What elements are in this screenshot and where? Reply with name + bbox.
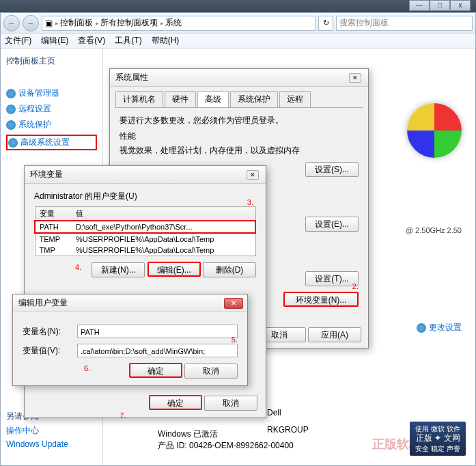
chevron-right-icon: ▸ bbox=[160, 20, 164, 27]
product-id: 产品 ID: 00426-OEM-8992662-00400 bbox=[158, 440, 294, 452]
annotation-3: 3. bbox=[247, 198, 253, 206]
user-vars-heading: Administrator 的用户变量(U) bbox=[34, 191, 256, 202]
chevron-right-icon: ▸ bbox=[55, 20, 59, 27]
dialog-titlebar[interactable]: 环境变量 ✕ bbox=[25, 166, 266, 184]
annotation-4: 4. bbox=[75, 263, 81, 271]
shield-icon bbox=[8, 138, 18, 148]
annotation-5: 5. bbox=[232, 335, 238, 344]
tabs: 计算机名 硬件 高级 系统保护 远程 bbox=[115, 91, 363, 108]
tab-advanced[interactable]: 高级 bbox=[197, 91, 229, 107]
var-value-input[interactable]: .cal\atom\bin;D:\soft_add\MinGW\bin; bbox=[77, 344, 238, 357]
shield-icon bbox=[6, 105, 16, 114]
var-name-label: 变量名(N): bbox=[23, 326, 77, 338]
oem-label: Dell bbox=[267, 408, 281, 417]
edit-button[interactable]: 编辑(E)... bbox=[148, 262, 201, 277]
nav-bar: ← → ▣ ▸ 控制面板 ▸ 所有控制面板项 ▸ 系统 ↻ 搜索控制面板 bbox=[1, 13, 475, 33]
chevron-right-icon: ▸ bbox=[96, 20, 99, 27]
dialog-title: 系统属性 bbox=[115, 72, 148, 83]
env-var-button[interactable]: 环境变量(N)... bbox=[283, 292, 359, 307]
cancel-button[interactable]: 取消 bbox=[184, 364, 238, 379]
sidebar-link-advanced[interactable]: 高级系统设置 bbox=[6, 135, 97, 150]
col-variable[interactable]: 变量 bbox=[35, 207, 72, 221]
close-button[interactable]: x bbox=[450, 0, 471, 11]
menu-help[interactable]: 帮助(H) bbox=[152, 35, 180, 46]
menu-tools[interactable]: 工具(T) bbox=[115, 35, 141, 46]
menu-file[interactable]: 文件(F) bbox=[5, 35, 31, 46]
perf-heading: 性能 bbox=[120, 131, 359, 142]
windows-logo-icon bbox=[407, 103, 462, 158]
minimize-button[interactable]: — bbox=[409, 0, 430, 11]
activation-status: Windows 已激活 bbox=[158, 428, 294, 440]
user-vars-table[interactable]: 变量值 PATHD:\soft_exe\Python\Python37\Scr.… bbox=[34, 206, 256, 256]
breadcrumb-seg[interactable]: 系统 bbox=[165, 17, 182, 29]
table-row[interactable]: PATHD:\soft_exe\Python\Python37\Scr... bbox=[35, 221, 255, 233]
computer-icon: ▣ bbox=[45, 18, 53, 28]
tab-computer-name[interactable]: 计算机名 bbox=[115, 91, 163, 107]
annotation-7: 7. bbox=[120, 411, 126, 420]
refresh-button[interactable]: ↻ bbox=[318, 16, 333, 31]
tab-remote[interactable]: 远程 bbox=[279, 91, 311, 107]
close-icon[interactable]: ✕ bbox=[349, 73, 361, 83]
col-value[interactable]: 值 bbox=[72, 207, 255, 221]
dialog-titlebar[interactable]: 编辑用户变量 ✕ bbox=[13, 294, 247, 312]
breadcrumb-seg[interactable]: 所有控制面板项 bbox=[100, 17, 158, 29]
settings-t-button[interactable]: 设置(T)... bbox=[305, 271, 359, 286]
search-input[interactable]: 搜索控制面板 bbox=[336, 16, 473, 31]
tab-protection[interactable]: 系统保护 bbox=[230, 91, 278, 107]
edit-user-var-dialog: 编辑用户变量 ✕ 变量名(N): PATH 5. 变量值(V): .cal\at… bbox=[12, 294, 248, 386]
tab-hardware[interactable]: 硬件 bbox=[165, 91, 196, 107]
forward-button[interactable]: → bbox=[23, 15, 39, 31]
menu-view[interactable]: 查看(V) bbox=[78, 35, 105, 46]
var-name-input[interactable]: PATH bbox=[77, 325, 238, 338]
genuine-badge: 使用 微软 软件 正版 ✦ 文网 安全 稳定 声誉 bbox=[410, 422, 466, 456]
taskbar-top: — □ x bbox=[0, 0, 476, 12]
close-icon[interactable]: ✕ bbox=[224, 298, 243, 309]
annotation-6: 6. bbox=[84, 364, 90, 372]
dialog-title: 编辑用户变量 bbox=[18, 297, 68, 309]
admin-msg: 要进行大多数更改，您必须作为管理员登录。 bbox=[120, 115, 359, 126]
dialog-title: 环境变量 bbox=[30, 169, 63, 180]
shield-icon bbox=[6, 120, 16, 130]
perf-desc: 视觉效果，处理器计划，内存使用，以及虚拟内存 bbox=[120, 145, 359, 156]
sidebar-link-protection[interactable]: 系统保护 bbox=[6, 119, 97, 131]
settings-s-button[interactable]: 设置(S)... bbox=[305, 162, 359, 177]
back-button[interactable]: ← bbox=[3, 15, 20, 31]
side-heading: 控制面板主页 bbox=[6, 55, 97, 67]
delete-button[interactable]: 删除(D) bbox=[203, 262, 256, 277]
cancel-button[interactable]: 取消 bbox=[204, 396, 257, 411]
settings-e-button[interactable]: 设置(E)... bbox=[305, 217, 359, 232]
new-button[interactable]: 新建(N)... bbox=[92, 262, 145, 277]
annotation-2: 2. bbox=[352, 282, 359, 290]
shield-icon bbox=[417, 323, 426, 333]
sidebar-link-remote[interactable]: 远程设置 bbox=[6, 103, 97, 115]
address-bar[interactable]: ▣ ▸ 控制面板 ▸ 所有控制面板项 ▸ 系统 bbox=[42, 16, 316, 31]
apply-button[interactable]: 应用(A) bbox=[308, 327, 361, 342]
system-info: @ 2.50GHz 2.50 bbox=[406, 226, 462, 234]
ok-button[interactable]: 确定 bbox=[149, 395, 202, 410]
table-row[interactable]: TEMP%USERPROFILE%\AppData\Local\Temp bbox=[35, 233, 255, 245]
dialog-titlebar[interactable]: 系统属性 ✕ bbox=[110, 69, 368, 87]
menu-bar: 文件(F) 编辑(E) 查看(V) 工具(T) 帮助(H) bbox=[1, 33, 475, 49]
menu-edit[interactable]: 编辑(E) bbox=[41, 35, 68, 46]
ok-button[interactable]: 确定 bbox=[129, 363, 182, 378]
breadcrumb-seg[interactable]: 控制面板 bbox=[60, 17, 93, 29]
change-settings-link[interactable]: 更改设置 bbox=[417, 322, 462, 333]
maximize-button[interactable]: □ bbox=[430, 0, 450, 11]
see-also-action-center[interactable]: 操作中心 bbox=[6, 425, 68, 437]
var-value-label: 变量值(V): bbox=[23, 345, 77, 357]
table-row[interactable]: TMP%USERPROFILE%\AppData\Local\Temp bbox=[35, 245, 255, 256]
see-also-windows-update[interactable]: Windows Update bbox=[6, 439, 68, 449]
close-icon[interactable]: ✕ bbox=[247, 170, 259, 180]
sidebar-link-device-manager[interactable]: 设备管理器 bbox=[6, 87, 97, 99]
shield-icon bbox=[6, 89, 16, 98]
